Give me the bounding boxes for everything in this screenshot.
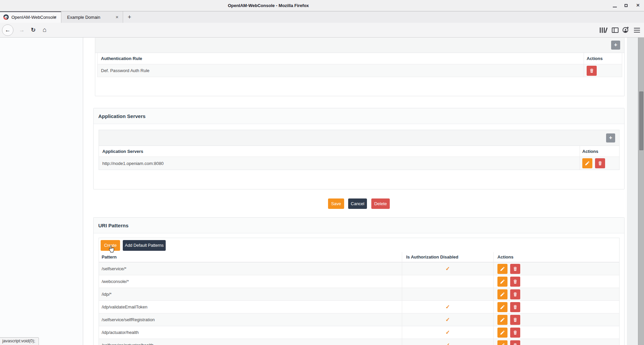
delete-form-button[interactable]: Delete xyxy=(371,198,390,209)
trash-icon xyxy=(513,292,518,297)
table-row: /idp/actuator/health ✓ xyxy=(99,326,619,339)
vertical-scrollbar[interactable] xyxy=(638,38,644,345)
edit-button[interactable] xyxy=(497,289,507,299)
pencil-icon xyxy=(500,317,505,323)
edit-button[interactable] xyxy=(497,315,507,325)
pattern-cell: /selfservice/selfRegistration xyxy=(99,313,402,326)
forward-button[interactable]: → xyxy=(17,23,26,38)
pencil-icon xyxy=(500,279,505,284)
tab-example-domain[interactable]: Example Domain × xyxy=(62,11,123,23)
reload-button[interactable]: ↻ xyxy=(29,23,38,38)
pattern-cell: /webconsole/* xyxy=(99,275,402,288)
row-actions xyxy=(584,64,622,77)
uri-patterns-table-body: /selfservice/* ✓ /webconsole/* /idp/* /i… xyxy=(99,262,619,345)
pencil-icon xyxy=(500,304,505,310)
scrollbar-thumb[interactable] xyxy=(639,92,643,150)
panel-title: URI Patterns xyxy=(94,218,624,233)
maximize-icon xyxy=(625,4,628,7)
delete-button[interactable] xyxy=(510,289,520,299)
delete-button[interactable] xyxy=(510,264,520,274)
auth-disabled-check: ✓ xyxy=(402,263,493,275)
delete-button[interactable] xyxy=(510,277,520,287)
library-icon[interactable] xyxy=(599,27,607,33)
auth-rule-name: Def. Password Auth Rule xyxy=(98,64,584,77)
edit-button[interactable] xyxy=(497,277,507,287)
edit-button[interactable] xyxy=(497,328,507,338)
tab-close-icon[interactable]: × xyxy=(52,14,58,20)
auth-disabled-check: ✓ xyxy=(402,339,493,345)
uri-patterns-panel: URI Patterns Create Add Default Patterns… xyxy=(93,217,625,345)
account-icon[interactable] xyxy=(623,27,628,33)
delete-button[interactable] xyxy=(510,315,520,325)
window-minimize-button[interactable] xyxy=(610,0,620,11)
table-row: /idp/* xyxy=(99,288,619,300)
trash-icon xyxy=(597,161,603,166)
minimize-icon xyxy=(613,7,617,7)
uri-patterns-box: Create Add Default Patterns Pattern Is A… xyxy=(99,238,620,345)
firefox-window: OpenIAM-WebConsole - Mozilla Firefox × O… xyxy=(0,0,644,345)
table-header-row: Application Servers Actions xyxy=(99,146,619,157)
pencil-icon xyxy=(500,266,505,272)
add-auth-rule-button[interactable]: + xyxy=(611,41,620,50)
window-titlebar: OpenIAM-WebConsole - Mozilla Firefox × xyxy=(0,0,644,11)
home-button[interactable]: ⌂ xyxy=(40,23,49,38)
left-sidebar xyxy=(0,38,83,345)
trash-icon xyxy=(513,279,518,284)
window-maximize-button[interactable] xyxy=(621,0,631,11)
delete-button[interactable] xyxy=(510,328,520,338)
auth-rules-toolbar: + xyxy=(95,38,624,53)
delete-button[interactable] xyxy=(587,66,597,76)
pencil-icon xyxy=(500,292,505,297)
mouse-cursor-icon xyxy=(108,245,115,253)
table-row: /idp/validateEmailToken ✓ xyxy=(99,300,619,313)
delete-button[interactable] xyxy=(510,302,520,312)
pattern-cell: /idp/* xyxy=(99,288,402,300)
table-row: Def. Password Auth Rule xyxy=(98,64,622,77)
trash-icon xyxy=(513,304,518,310)
delete-button[interactable] xyxy=(595,158,605,168)
edit-button[interactable] xyxy=(497,302,507,312)
app-servers-toolbar: + xyxy=(99,130,619,146)
uri-patterns-table: Pattern Is Authorization Disabled Action… xyxy=(99,252,619,345)
add-default-patterns-button[interactable]: Add Default Patterns xyxy=(123,240,166,251)
delete-button[interactable] xyxy=(510,340,520,345)
tab-label: Example Domain xyxy=(67,11,100,23)
tab-close-icon[interactable]: × xyxy=(114,14,120,20)
edit-button[interactable] xyxy=(497,264,507,274)
auth-rules-panel: + Authentication Rule Actions Def. Passw… xyxy=(95,38,625,96)
cancel-button[interactable]: Cancel xyxy=(348,198,367,209)
edit-button[interactable] xyxy=(582,158,592,168)
save-button[interactable]: Save xyxy=(328,198,344,209)
auth-disabled-check xyxy=(402,288,493,300)
app-servers-box: + Application Servers Actions http://nod… xyxy=(99,130,620,170)
pattern-cell: /idp/actuator/health xyxy=(99,326,402,339)
trash-icon xyxy=(513,330,518,335)
edit-button[interactable] xyxy=(497,340,507,345)
panel-header: URI Patterns xyxy=(94,218,624,233)
panel-title: Application Servers xyxy=(94,108,624,124)
new-tab-button[interactable]: + xyxy=(125,13,134,22)
auth-rules-table: Authentication Rule Actions Def. Passwor… xyxy=(97,53,622,77)
table-row: /webconsole/* xyxy=(99,275,619,288)
row-actions xyxy=(580,157,619,170)
tab-openiam-webconsole[interactable]: OpenIAM-WebConsole × xyxy=(0,11,61,23)
panel-header: Application Servers xyxy=(94,108,624,124)
auth-disabled-check: ✓ xyxy=(402,326,493,339)
table-row: /selfservice/selfRegistration ✓ xyxy=(99,313,619,326)
trash-icon xyxy=(513,343,518,345)
window-close-button[interactable]: × xyxy=(633,0,643,11)
row-actions xyxy=(493,275,619,288)
auth-disabled-check xyxy=(402,275,493,288)
row-actions xyxy=(493,313,619,326)
app-server-url: http://node1.openiam.com:8080 xyxy=(99,157,580,170)
page-content: + Authentication Rule Actions Def. Passw… xyxy=(0,38,644,345)
trash-icon xyxy=(513,317,518,323)
back-button[interactable]: ← xyxy=(2,24,13,36)
pencil-icon xyxy=(585,161,590,166)
sidebar-toggle-icon[interactable] xyxy=(612,27,619,33)
row-actions xyxy=(493,301,619,313)
openiam-favicon-icon xyxy=(3,14,9,20)
menu-hamburger-icon[interactable] xyxy=(634,28,640,33)
add-app-server-button[interactable]: + xyxy=(606,133,615,142)
navigation-toolbar: ← → ↻ ⌂ ⓘ vm.openiam.com/webconsole/menu… xyxy=(0,23,644,38)
